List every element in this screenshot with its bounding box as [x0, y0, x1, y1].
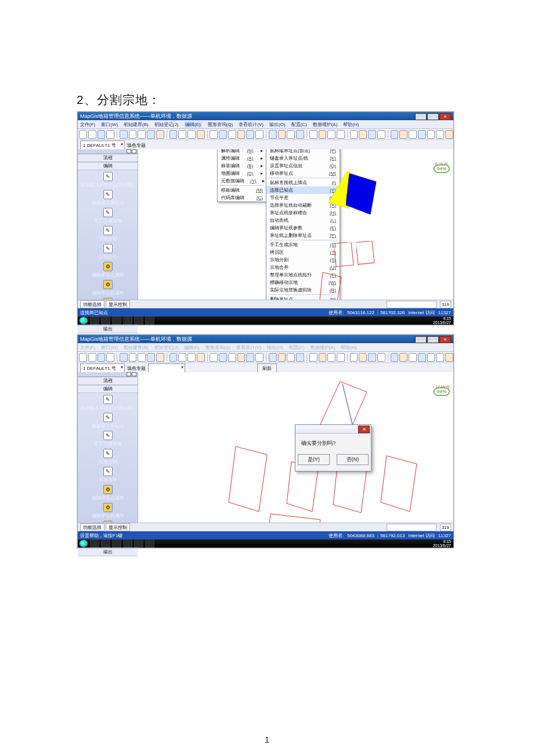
toolbar-icon[interactable]	[377, 353, 385, 362]
dialog-yes-button[interactable]: 是(Y)	[298, 454, 330, 465]
menu-item[interactable]: 窗口(W)	[101, 121, 118, 128]
collapse-row[interactable]: 输出	[78, 325, 138, 333]
toolbar-icon[interactable]	[147, 353, 155, 362]
toolbar-icon[interactable]	[120, 130, 128, 139]
toolbar-icon[interactable]	[255, 130, 264, 139]
toolbar-icon[interactable]	[427, 130, 435, 139]
status-tab[interactable]: 显示控制	[106, 300, 130, 308]
menu-item[interactable]: 宗地分割(S)	[266, 256, 340, 264]
menu-item[interactable]: 窗口(W)	[101, 344, 118, 351]
start-button[interactable]	[79, 539, 88, 548]
toolbar-icon[interactable]	[79, 353, 87, 362]
menu-item[interactable]: 宗地合并(U)	[266, 264, 340, 271]
toolbar-icon[interactable]	[106, 353, 114, 362]
menu-item[interactable]: 编辑(E)	[184, 121, 202, 128]
toolbar-icon[interactable]	[228, 130, 236, 139]
toolbar-icon[interactable]	[399, 353, 407, 362]
toolbar-icon[interactable]	[418, 353, 426, 362]
toolbar-icon[interactable]	[255, 353, 264, 362]
minimize-button[interactable]: —	[415, 113, 427, 120]
menu-item[interactable]: 元数据编辑(Y)▸	[218, 177, 266, 185]
secondary-combo[interactable]	[148, 363, 185, 373]
left-panel-item[interactable]: ✎宗地分割	[80, 225, 135, 243]
left-panel-item[interactable]: ✎键盘录入界址点	[80, 412, 135, 430]
toolbar-icon[interactable]	[187, 130, 196, 139]
toolbar-icon[interactable]	[309, 130, 317, 139]
toolbar-icon[interactable]	[296, 353, 304, 362]
toolbar-icon[interactable]	[197, 130, 205, 139]
status-tab[interactable]: 显示控制	[106, 523, 130, 531]
toolbar-icon[interactable]	[359, 130, 367, 139]
toolbar-icon[interactable]	[287, 353, 295, 362]
status-tab[interactable]: 功能选择	[80, 300, 104, 308]
left-panel-item[interactable]: ⚙编辑界址线属性	[80, 502, 135, 520]
left-panel-item[interactable]: ✎鼠标输入界址点(直接点取)	[80, 171, 135, 189]
dock-handle[interactable]	[78, 372, 138, 377]
left-panel-item[interactable]: ✎手工生成宗地	[80, 430, 135, 448]
toolbar-icon[interactable]	[427, 353, 435, 362]
left-panel-item[interactable]: ✎宗地合并	[80, 466, 135, 484]
menu-item[interactable]: 初始建库(B)	[124, 121, 149, 128]
taskbar[interactable]: 9:152013/6/27	[78, 316, 453, 325]
menu-item[interactable]: 输出(O)	[267, 344, 283, 351]
collapse-row[interactable]: 流程	[78, 377, 138, 385]
menu-item[interactable]: 标签编辑(B)▸	[218, 162, 266, 170]
toolbar-icon[interactable]	[210, 130, 218, 139]
toolbar-icon[interactable]	[327, 353, 335, 362]
taskbar-icon[interactable]	[134, 316, 143, 325]
toolbar-icon[interactable]	[337, 353, 345, 362]
toolbar-icon[interactable]	[197, 353, 205, 362]
menu-item[interactable]: 帮助(H)	[341, 344, 356, 351]
menu-item[interactable]: 数据维护(A)	[313, 121, 338, 128]
toolbar-icon[interactable]	[138, 353, 146, 362]
toolbar-icon[interactable]	[287, 130, 295, 139]
toolbar-icon[interactable]	[237, 353, 246, 362]
menu-item[interactable]: 初始建库(B)	[124, 344, 149, 351]
dialog-close-button[interactable]: ✕	[358, 426, 370, 433]
left-panel-item[interactable]: ✎宗地合并	[80, 243, 135, 261]
toolbar-icon[interactable]	[178, 130, 186, 139]
toolbar-icon[interactable]	[436, 353, 444, 362]
toolbar-icon[interactable]	[368, 353, 376, 362]
left-panel-item[interactable]: ✎宗地分割	[80, 448, 135, 466]
menu-item[interactable]: 拷贝区(T)	[266, 249, 340, 256]
toolbar-icon[interactable]	[391, 353, 399, 362]
toolbar-icon[interactable]	[98, 353, 106, 362]
left-panel-item[interactable]: ✎键盘录入界址点	[80, 189, 135, 207]
toolbar-icon[interactable]	[237, 130, 246, 139]
taskbar-icon[interactable]	[145, 539, 154, 548]
toolbar-icon[interactable]	[156, 130, 164, 139]
menu-item[interactable]: 初始登记(J)	[154, 344, 178, 351]
toolbar-icon[interactable]	[210, 353, 218, 362]
toolbar-icon[interactable]	[138, 130, 146, 139]
toolbar-icon[interactable]	[98, 130, 106, 139]
menu-item[interactable]: 自动造线(L)	[266, 217, 340, 224]
menu-item[interactable]: 配置(C)	[289, 344, 305, 351]
menu-item[interactable]: 初始登记(J)	[154, 121, 178, 128]
toolbar-icon[interactable]	[409, 353, 417, 362]
system-tray[interactable]: 9:152013/6/27	[433, 539, 453, 548]
menu-item[interactable]: 编辑界址线参数(E)	[266, 224, 340, 232]
map-canvas[interactable]: ↑ 12.9K/S↓ 17.7K/S 94% ✕ 确实要分割吗? 是(Y) 否(…	[138, 372, 453, 523]
collapse-row[interactable]: 流程	[78, 154, 138, 162]
toolbar-icon[interactable]	[337, 130, 345, 139]
taskbar-icon[interactable]	[134, 539, 143, 548]
taskbar-icon[interactable]	[112, 316, 121, 325]
toolbar-icon[interactable]	[219, 130, 227, 139]
close-button[interactable]: ✕	[439, 336, 451, 343]
menu-item[interactable]: 鼠标输界址点(抓点)(P)	[266, 149, 340, 154]
toolbar-icon[interactable]	[309, 353, 317, 362]
toolbar-icon[interactable]	[377, 130, 385, 139]
toolbar-icon[interactable]	[278, 353, 286, 362]
menu-item[interactable]: 属性编辑(A)▸	[218, 154, 266, 162]
menu-item[interactable]: 代码库编辑(C)	[218, 194, 266, 201]
maximize-button[interactable]: □	[427, 113, 439, 120]
toolbar-icon[interactable]	[445, 353, 453, 362]
menu-item[interactable]: 查看统计(V)	[236, 344, 261, 351]
toolbar-icon[interactable]	[350, 130, 358, 139]
toolbar-icon[interactable]	[246, 130, 254, 139]
toolbar-icon[interactable]	[445, 130, 453, 139]
edit-submenu[interactable]: 常用编辑(E)▸解析编辑(N)▸属性编辑(A)▸标签编辑(B)▸地图编辑(D)▸…	[217, 149, 267, 202]
menu-item[interactable]: 文件(F)	[80, 344, 95, 351]
menu-item[interactable]: 手工生成宗地(S)	[266, 241, 340, 249]
